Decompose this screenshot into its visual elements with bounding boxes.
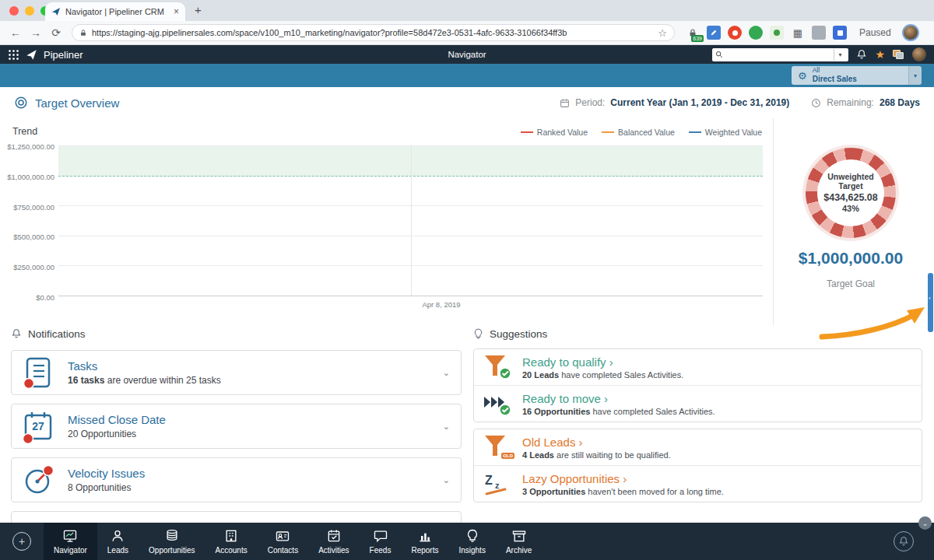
legend-label: Weighted Value	[705, 128, 762, 137]
notification-card-partial[interactable]	[11, 511, 462, 523]
browser-tab[interactable]: Navigator | Pipeliner CRM ×	[45, 2, 185, 21]
y-tick: $500,000.00	[0, 233, 54, 241]
chevron-down-icon[interactable]: ⌄	[440, 475, 453, 485]
calendar-icon	[560, 98, 570, 108]
address-bar[interactable]: https://staging-ajg.pipelinersales.com/s…	[72, 24, 675, 41]
chart-plot-area	[58, 145, 763, 296]
chevron-down-icon[interactable]: ⌄	[440, 368, 453, 378]
scrollbar-thumb[interactable]: ‹	[928, 273, 933, 332]
bottom-nav: ⌄ + Navigator Leads Opportunities Accoun…	[0, 523, 934, 560]
nav-item-leads[interactable]: Leads	[97, 523, 139, 560]
ranked-line-swatch	[521, 131, 533, 133]
nav-collapse-icon[interactable]: ⌄	[918, 516, 932, 530]
search-caret-icon[interactable]: ▾	[834, 49, 845, 61]
suggestion-title[interactable]: Ready to move ›	[522, 392, 914, 405]
notification-subtitle: 16 tasks are overdue within 25 tasks	[68, 375, 440, 386]
search-input[interactable]	[726, 51, 830, 59]
suggestions-section: Suggestions Ready to qualify › 20 Leads …	[473, 325, 922, 502]
notification-card-missed-close-date[interactable]: 27 Missed Close Date 20 Opportunities ⌄	[11, 404, 462, 449]
new-tab-button[interactable]: +	[195, 3, 202, 16]
voyager-bell-button[interactable]	[894, 531, 914, 551]
suggestion-old-leads[interactable]: OLD Old Leads › 4 Leads are still waitin…	[474, 429, 922, 465]
nav-item-activities[interactable]: Activities	[308, 523, 359, 560]
sales-unit-line1: All	[813, 67, 857, 75]
suggestion-title[interactable]: Ready to qualify ›	[522, 355, 914, 369]
search-icon	[715, 51, 723, 58]
gauge-value: $434,625.08	[823, 192, 878, 203]
extension-orange-circle-icon[interactable]	[728, 26, 742, 40]
legend-ranked-value[interactable]: Ranked Value	[521, 128, 588, 137]
notification-card-tasks[interactable]: Tasks 16 tasks are overdue within 25 tas…	[11, 350, 462, 395]
themes-icon[interactable]	[893, 50, 904, 60]
suggestions-header: Suggestions	[473, 325, 922, 342]
tab-close-icon[interactable]: ×	[174, 6, 179, 17]
lightbulb-icon	[473, 328, 483, 340]
velocity-gauge-icon	[21, 463, 55, 497]
suggestion-title[interactable]: Lazy Opportunities ›	[522, 472, 914, 485]
gauge-center: Unweighted Target $434,625.08 43%	[817, 159, 884, 226]
extension-gray-icon[interactable]	[812, 26, 826, 40]
extension-green-circle-icon[interactable]	[749, 26, 763, 40]
apps-grid-icon[interactable]	[8, 49, 19, 61]
url-text: https://staging-ajg.pipelinersales.com/s…	[92, 28, 653, 37]
suggestion-ready-to-qualify[interactable]: Ready to qualify › 20 Leads have complet…	[474, 349, 922, 385]
suggestion-ready-to-move[interactable]: Ready to move › 16 Opportunities have co…	[474, 385, 922, 422]
notification-title[interactable]: Tasks	[68, 359, 440, 373]
extension-notes-icon[interactable]	[707, 26, 721, 40]
bell-icon	[898, 536, 909, 547]
favorites-star-icon[interactable]: ★	[875, 48, 885, 61]
suggestion-lazy-opportunities[interactable]: Zz Lazy Opportunities › 3 Opportunities …	[474, 465, 922, 502]
add-new-button[interactable]: +	[12, 532, 31, 551]
extension-grid-icon[interactable]: ▦	[791, 26, 805, 40]
sales-unit-selector[interactable]: ⚙ All Direct Sales ▾	[792, 66, 922, 85]
target-gauge[interactable]: Unweighted Target $434,625.08 43%	[806, 148, 896, 238]
notification-title[interactable]: Missed Close Date	[68, 413, 440, 426]
window-controls	[9, 6, 50, 16]
nav-item-reports[interactable]: Reports	[401, 523, 448, 560]
extension-badge: 639	[691, 35, 704, 42]
legend-balanced-value[interactable]: Balanced Value	[602, 128, 675, 137]
extensions-row: 639 ▦	[686, 26, 847, 40]
browser-profile-avatar[interactable]	[902, 24, 919, 41]
notification-card-velocity-issues[interactable]: Velocity Issues 8 Opportunities ⌄	[11, 457, 462, 502]
nav-item-insights[interactable]: Insights	[448, 523, 495, 560]
extension-lock-icon[interactable]: 639	[686, 26, 700, 40]
bookmark-star-icon[interactable]: ☆	[658, 27, 667, 39]
global-search[interactable]: ▾	[712, 48, 848, 61]
window-minimize-button[interactable]	[25, 6, 34, 16]
nav-item-contacts[interactable]: Contacts	[258, 523, 308, 560]
y-tick: $250,000.00	[0, 263, 54, 271]
bell-icon[interactable]	[856, 49, 867, 60]
user-avatar[interactable]	[912, 47, 926, 61]
extension-blue-icon[interactable]	[833, 26, 847, 40]
nav-label: Activities	[318, 546, 349, 555]
suggestion-title[interactable]: Old Leads ›	[522, 436, 914, 449]
bell-icon	[11, 328, 22, 339]
nav-label: Accounts	[216, 546, 248, 555]
sales-unit-dropdown-icon[interactable]: ▾	[908, 66, 922, 85]
forward-icon[interactable]: →	[28, 26, 44, 39]
window-close-button[interactable]	[9, 6, 19, 16]
back-icon[interactable]: ←	[8, 26, 23, 39]
target-gauge-panel: Unweighted Target $434,625.08 43% $1,000…	[773, 118, 928, 325]
nav-item-archive[interactable]: Archive	[496, 523, 542, 560]
period-value[interactable]: Current Year (Jan 1, 2019 - Dec 31, 2019…	[610, 97, 789, 108]
filter-bar: ⚙ All Direct Sales ▾	[0, 64, 934, 87]
nav-item-navigator[interactable]: Navigator	[44, 523, 97, 560]
balanced-line-swatch	[602, 131, 614, 133]
target-goal-amount: $1,000,000.00	[774, 249, 928, 268]
nav-item-accounts[interactable]: Accounts	[205, 523, 258, 560]
nav-item-opportunities[interactable]: Opportunities	[139, 523, 205, 560]
extension-leaf-icon[interactable]	[770, 26, 784, 40]
reload-icon[interactable]: ⟳	[48, 26, 64, 39]
archive-icon	[511, 528, 527, 544]
notification-title[interactable]: Velocity Issues	[68, 467, 440, 480]
tab-title: Navigator | Pipeliner CRM	[65, 7, 169, 16]
pipeliner-favicon	[51, 7, 61, 16]
chevron-down-icon[interactable]: ⌄	[440, 422, 453, 432]
notifications-section: Notifications Tasks 16 tasks are overdue…	[11, 325, 462, 523]
sales-unit-main[interactable]: ⚙ All Direct Sales	[792, 66, 908, 85]
legend-weighted-value[interactable]: Weighted Value	[689, 128, 762, 137]
opportunities-icon	[164, 528, 180, 544]
nav-item-feeds[interactable]: Feeds	[360, 523, 402, 560]
